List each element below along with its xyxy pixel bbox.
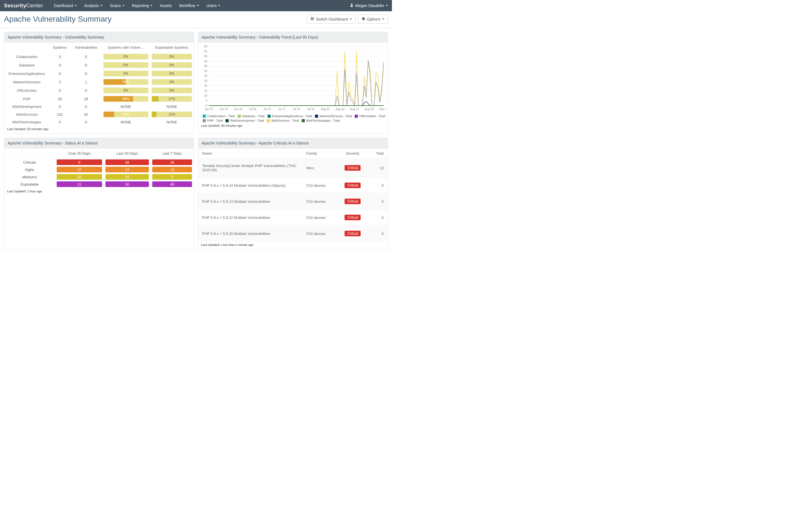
table-row[interactable]: PHP 5.6.x < 5.6.22 Multiple Vulnerabilit… xyxy=(198,210,388,226)
brand-right: Center xyxy=(26,3,43,8)
status-cell[interactable]: 46 xyxy=(151,180,194,188)
cell-bar[interactable]: 0% xyxy=(150,61,194,69)
legend-item[interactable]: Database - Total xyxy=(238,114,265,118)
table-row[interactable]: PHP 5.6.x < 5.6.23 Multiple Vulnerabilit… xyxy=(198,193,388,210)
svg-text:Jul 03: Jul 03 xyxy=(249,108,257,111)
status-cell[interactable]: 37 xyxy=(55,166,104,173)
cell-bar[interactable]: 0% xyxy=(150,78,194,86)
crit-total: 5 xyxy=(368,193,388,210)
svg-text:Jul 10: Jul 10 xyxy=(263,108,271,111)
row-label: Criticals xyxy=(4,159,55,166)
legend-label: OfficeSuites - Total xyxy=(359,114,385,118)
legend-item[interactable]: EnterpriseApplications - Total xyxy=(267,114,312,118)
cell-bar[interactable]: 12% xyxy=(150,110,194,119)
nav-item-users[interactable]: Users xyxy=(206,3,220,8)
status-cell[interactable]: 22 xyxy=(55,180,104,188)
status-cell[interactable]: 5 xyxy=(151,173,194,180)
legend-item[interactable]: NetworkServices - Total xyxy=(315,114,352,118)
trend-chart[interactable]: 051015202530354045505560Jun 12Jun 19Jun … xyxy=(198,43,388,113)
cell-bar[interactable]: 66% xyxy=(102,95,150,103)
cell-bar[interactable]: 0% xyxy=(150,86,194,95)
legend-item[interactable]: PHP - Total xyxy=(203,119,223,122)
status-cell[interactable]: 16 xyxy=(151,166,194,173)
badge-critical: Critical xyxy=(345,182,361,188)
table-row: WebServices1313224%12% xyxy=(4,110,194,119)
table-row[interactable]: Tenable SecurityCenter Multiple PHP Vuln… xyxy=(198,159,388,177)
legend-item[interactable]: WebServices - Total xyxy=(267,119,299,122)
cell-bar[interactable]: 0% xyxy=(102,69,150,78)
cell-bar[interactable]: 0% xyxy=(102,52,150,61)
row-label: WebServices xyxy=(4,110,49,119)
crit-name: PHP 5.6.x < 5.6.23 Multiple Vulnerabilit… xyxy=(198,193,303,210)
svg-text:25: 25 xyxy=(204,79,207,82)
legend-label: Database - Total xyxy=(242,114,265,118)
nav-item-dashboard[interactable]: Dashboard xyxy=(54,3,77,8)
cell-none: NONE xyxy=(150,103,194,110)
cell-systems: 29 xyxy=(49,95,70,103)
cell-bar[interactable]: 0% xyxy=(102,86,150,95)
cell-bar[interactable]: 0% xyxy=(102,61,150,69)
panel-footer: Last Updated: Less than a minute ago xyxy=(198,241,388,249)
nav-item-scans[interactable]: Scans xyxy=(110,3,124,8)
options-label: Options xyxy=(367,17,380,21)
options-button[interactable]: Options xyxy=(358,15,388,24)
status-cell[interactable]: 40 xyxy=(55,173,104,180)
navbar: SecurityCenter DashboardAnalysisScansRep… xyxy=(0,0,392,11)
cell-bar[interactable]: 0% xyxy=(150,69,194,78)
nav-label: Analysis xyxy=(84,3,99,8)
status-cell[interactable]: 19 xyxy=(104,173,151,180)
status-cell[interactable]: 9 xyxy=(55,159,104,166)
legend-swatch xyxy=(203,115,206,118)
col-header[interactable]: Total xyxy=(368,149,388,159)
chevron-down-icon xyxy=(150,5,153,6)
svg-text:Aug 28: Aug 28 xyxy=(364,108,373,111)
col-header: Last 7 Days xyxy=(151,149,194,159)
crit-severity: Critical xyxy=(337,193,368,210)
chevron-down-icon xyxy=(197,5,199,6)
status-cell[interactable]: 24 xyxy=(104,166,151,173)
cell-systems: 131 xyxy=(49,110,70,119)
cell-bar[interactable]: 50% xyxy=(102,78,150,86)
svg-text:5: 5 xyxy=(206,99,207,102)
switch-dashboard-button[interactable]: Switch Dashboard xyxy=(307,15,356,24)
legend-item[interactable]: WebDevelopment - Total xyxy=(225,119,264,122)
legend-item[interactable]: Collaboration - Total xyxy=(203,114,235,118)
nav-item-analysis[interactable]: Analysis xyxy=(84,3,103,8)
summary-table: SystemsVulnerabilitiesSystems with Vulne… xyxy=(4,43,194,126)
legend-item[interactable]: OfficeSuites - Total xyxy=(355,114,385,118)
table-row[interactable]: PHP 5.6.x < 5.6.24 Multiple Vulnerabilit… xyxy=(198,177,388,193)
col-header[interactable]: Family xyxy=(303,149,338,159)
panel-header: Apache Vulnerability Summary - Status At… xyxy=(4,138,194,149)
nav-item-reporting[interactable]: Reporting xyxy=(132,3,153,8)
user-menu[interactable]: Megan Daudelin xyxy=(350,3,388,8)
cell-none: NONE xyxy=(102,103,150,110)
badge-critical: Critical xyxy=(345,215,361,220)
crit-name: PHP 5.6.x < 5.6.24 Multiple Vulnerabilit… xyxy=(198,177,303,193)
col-header: Exploitable Systems xyxy=(150,43,194,52)
status-cell[interactable]: 50 xyxy=(104,180,151,188)
row-label: Mediums xyxy=(4,173,55,180)
row-label: EnterpriseApplications xyxy=(4,69,49,78)
col-header[interactable]: Name xyxy=(198,149,303,159)
legend-swatch xyxy=(203,119,206,122)
crit-severity: Critical xyxy=(337,210,368,226)
nav-item-workflow[interactable]: Workflow xyxy=(179,3,199,8)
cell-bar[interactable]: 0% xyxy=(150,52,194,61)
nav-item-assets[interactable]: Assets xyxy=(160,3,172,8)
badge-critical: Critical xyxy=(345,231,361,236)
legend-item[interactable]: WebTechnologies - Total xyxy=(302,119,340,122)
panel-trend: Apache Vulnerability Summary - Vulnerabi… xyxy=(198,32,388,134)
table-row[interactable]: PHP 5.6.x < 5.6.20 Multiple Vulnerabilit… xyxy=(198,226,388,242)
legend-label: EnterpriseApplications - Total xyxy=(272,114,312,118)
svg-text:Jun 26: Jun 26 xyxy=(234,108,242,111)
status-cell[interactable]: 38 xyxy=(151,159,194,166)
dashboard-body: Apache Vulnerability Summary - Vulnerabi… xyxy=(0,28,392,253)
status-cell[interactable]: 48 xyxy=(104,159,151,166)
badge-critical: Critical xyxy=(345,165,361,171)
col-header: Vulnerabilities xyxy=(70,43,101,52)
svg-text:Aug 21: Aug 21 xyxy=(350,108,359,111)
cell-bar[interactable]: 24% xyxy=(102,110,150,119)
col-header[interactable]: Severity xyxy=(337,149,368,159)
cell-bar[interactable]: 17% xyxy=(150,95,194,103)
nav-label: Workflow xyxy=(179,3,195,8)
